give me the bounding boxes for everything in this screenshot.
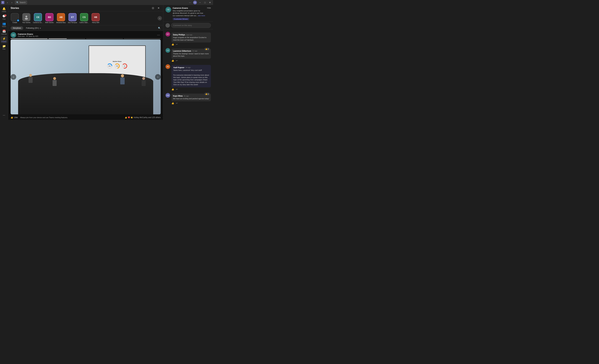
sidebar-item-activity[interactable]: 🔔 Activity <box>1 6 8 13</box>
progress-bar-2 <box>48 38 86 39</box>
comment-item-3: AK Aadi Kapoor 1m ago Same here, Laurenc… <box>163 63 213 92</box>
comment-input-wrap <box>163 22 213 29</box>
like-comment-1[interactable]: 👍 <box>171 43 174 45</box>
comment-text-3: Same here, Laurence! Very cool stuff!For… <box>173 69 209 86</box>
comment-avatar-1: DP <box>166 32 170 36</box>
like-button[interactable]: 👍 Like <box>11 116 18 119</box>
like-comment-3[interactable]: 👍 <box>171 88 174 90</box>
sidebar-item-files[interactable]: 📁 Files <box>1 44 8 51</box>
close-stories-button[interactable]: ✕ <box>156 6 161 10</box>
story-create-button[interactable]: + Create <box>9 13 20 23</box>
progress-bars <box>8 38 163 39</box>
story-amanda-bary[interactable]: AB Amanda Bary <box>55 13 66 23</box>
close-button[interactable]: ✕ <box>208 1 212 4</box>
cameron-avatar-wrap: CE <box>34 13 42 21</box>
stories-panel: Stories ⊡ ✕ + Create <box>8 5 213 120</box>
cast-icon[interactable]: ⊡ <box>151 6 155 10</box>
customer-tag[interactable]: Customer Driven <box>173 18 189 20</box>
svg-point-0 <box>26 16 27 18</box>
screen-title: Market Share <box>113 61 122 62</box>
tab-following[interactable]: Following (20+) ▾ <box>24 26 43 30</box>
app-layout: 🔔 Activity 💬 Chat 1 👥 Teams 📅 Calendar ⚡… <box>0 5 213 120</box>
more-options-button[interactable]: ··· <box>188 1 192 4</box>
amanda-avatar: AB <box>57 13 65 21</box>
reply-comment-2[interactable]: ↩ <box>176 59 178 62</box>
your-stories-avatar <box>22 13 30 21</box>
poster-comment-text: Very insightful presentation given by @J… <box>173 10 205 17</box>
search-placeholder: Search <box>20 1 26 4</box>
create-avatar-wrap: + <box>11 13 19 21</box>
title-bar-left: T ‹ › 🔍 Search <box>1 1 27 4</box>
sidebar-label-calendar: Calendar <box>1 33 7 35</box>
like-comment-4[interactable]: 👍 <box>171 102 174 104</box>
beth-avatar-wrap: BD <box>45 13 53 21</box>
eva-label: Eva Terrazas <box>67 22 78 23</box>
current-user-avatar <box>166 23 170 28</box>
comment-time-1: Just now <box>186 34 192 36</box>
minimize-button[interactable]: − <box>198 1 202 4</box>
comment-time-2: 1m ago <box>192 50 197 52</box>
story-next-button[interactable]: › <box>155 74 161 80</box>
poster-meta: Just now · 👁 Seen by 423 <box>18 35 155 37</box>
story-henry-brill[interactable]: HB Henry Brill <box>90 13 101 23</box>
chat-badge: 1 <box>4 14 7 17</box>
sidebar-item-chat[interactable]: 💬 Chat 1 <box>1 14 8 21</box>
comments-header: CE Cameron Evans Very insightful present… <box>163 5 213 22</box>
eva-avatar: ET <box>69 13 77 21</box>
nav-back-button[interactable]: ‹ <box>6 1 9 4</box>
comment-avatar-2: LG <box>166 48 170 53</box>
story-viewer-header: CE Cameron Evans Just now · 👁 Seen by 42… <box>8 31 163 38</box>
sidebar-more-button[interactable]: ··· <box>1 112 8 119</box>
story-beth-davies[interactable]: BD Beth Davies <box>44 13 55 23</box>
comment-header-1: DP Daisy Phillips Just now Huge congrats… <box>166 32 211 45</box>
sidebar-item-engage[interactable]: ⚡ Engage <box>1 36 8 43</box>
svg-text:93: 93 <box>124 65 125 67</box>
story-carlos-slatt[interactable]: CS Carlos Slatt... <box>79 13 89 23</box>
maximize-button[interactable]: □ <box>203 1 207 4</box>
sidebar-item-teams[interactable]: 👥 Teams <box>1 21 8 28</box>
like-comment-2[interactable]: 👍 <box>171 59 174 62</box>
see-more-link[interactable]: see more <box>198 15 205 17</box>
comment-text-2: Thanks for sharing! I know I want to lea… <box>173 53 209 57</box>
progress-bar-3 <box>86 38 123 39</box>
story-more-button[interactable]: ⋯ <box>156 33 161 37</box>
search-bar[interactable]: 🔍 Search <box>15 1 27 4</box>
tab-storylines[interactable]: Storylines <box>11 26 23 30</box>
more-icon: ··· <box>2 113 6 117</box>
chevron-down-icon: ▾ <box>40 27 41 29</box>
stories-next-button[interactable]: › <box>158 16 162 20</box>
commenter-name-1: Daisy Phillips <box>173 34 185 36</box>
reactions-row: 👍 ❤️ 👏 Ashley McCarthy and 125 others <box>125 116 161 119</box>
title-bar-right: ··· CE − □ ✕ <box>188 1 212 4</box>
sidebar-label-teams: Teams <box>2 26 6 27</box>
story-your-stories[interactable]: Your stories <box>21 13 32 23</box>
henry-avatar-wrap: HB <box>92 13 100 21</box>
story-prev-button[interactable]: ‹ <box>11 74 16 80</box>
reply-comment-4[interactable]: ↩ <box>176 102 178 104</box>
comment-input[interactable] <box>171 23 211 28</box>
chart-79: 79% <box>114 63 120 69</box>
comment-actions-1: 👍 ↩ <box>171 43 211 45</box>
stories-header: Stories ⊡ ✕ <box>8 5 163 11</box>
hide-button[interactable]: Hide <box>207 7 211 9</box>
carlos-avatar: CS <box>80 13 88 21</box>
user-avatar[interactable]: CE <box>193 1 197 4</box>
reply-comment-3[interactable]: ↩ <box>176 88 178 90</box>
comment-header-4: KM Kayo Miwa 2m ago We have an exciting … <box>166 93 211 104</box>
story-eva-terrazas[interactable]: ET Eva Terrazas <box>67 13 78 23</box>
amanda-label: Amanda Bary <box>56 22 66 23</box>
sidebar-label-chat: Chat <box>2 18 5 20</box>
comment-body-2: Laurence Gilbertson 1m ago Thanks for sh… <box>171 48 211 62</box>
sidebar-label-files: Files <box>2 48 5 50</box>
sidebar-item-calendar[interactable]: 📅 Calendar <box>1 29 8 36</box>
progress-bar-4 <box>124 38 161 39</box>
feed-search-icon[interactable]: 🔍 <box>158 27 161 29</box>
sidebar-label-engage: Engage <box>1 41 6 42</box>
story-cameron-evans[interactable]: CE Cameron Ev... <box>32 13 43 23</box>
commenter-name-3: Aadi Kapoor <box>173 66 184 69</box>
reply-comment-1[interactable]: ↩ <box>176 43 178 45</box>
nav-forward-button[interactable]: › <box>10 1 14 4</box>
svg-text:79%: 79% <box>116 65 118 67</box>
seen-badge: 👁 Seen by 423 <box>26 35 38 37</box>
poster-info: Cameron Evans Just now · 👁 Seen by 423 <box>18 33 155 37</box>
